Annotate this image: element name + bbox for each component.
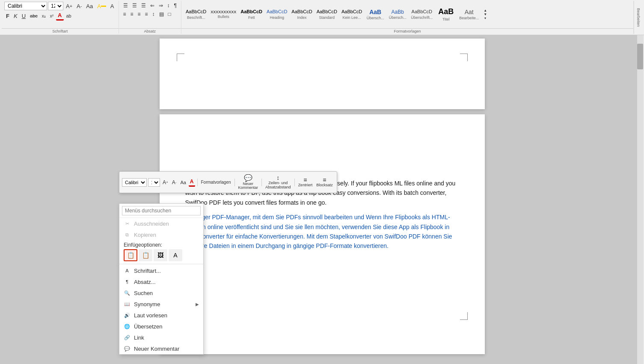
ctx-laut-vorlesen[interactable]: 🔊 Laut vorlesen	[119, 310, 203, 321]
ribbon-styles-section: AaBbCcD Beschrift... XXXXXXXXXX Bullets …	[181, 1, 634, 34]
style-bearbeite[interactable]: Aat Bearbeite...	[457, 8, 481, 21]
mini-font-color-btn[interactable]: A	[189, 178, 195, 187]
ctx-uebersetzen[interactable]: 🌐 Übersetzen	[119, 321, 203, 332]
ribbon-font-bottom: F K U abc x₂ x² A ab	[4, 11, 73, 21]
sort-btn[interactable]: ↕	[166, 2, 172, 9]
ctx-neuer-kommentar[interactable]: 💬 Neuer Kommentar	[119, 343, 203, 354]
font-family-select[interactable]: Calibri	[4, 2, 47, 10]
doc-text-german[interactable]: ielseitiger PDF-Manager, mit dem Sie PDF…	[185, 212, 459, 251]
ribbon-font-top: Calibri 12 A+ A- Aa A A	[4, 2, 116, 10]
styles-scroll-down-btn[interactable]: ▼	[482, 12, 488, 16]
mini-font-select[interactable]: Calibri	[122, 178, 147, 187]
style-ueberschr2[interactable]: AaBb Übersch...	[387, 8, 408, 21]
ausschneiden-label: Ausschneiden	[134, 221, 169, 227]
change-case-btn[interactable]: Aa	[84, 2, 95, 10]
ctx-suchen[interactable]: 🔍 Suchen	[119, 287, 203, 298]
style-bullets[interactable]: XXXXXXXXXX Bullets	[209, 9, 238, 20]
mini-toolbar: Calibri 12 A+ A- Aa A Formatvorlagen 💬 N…	[119, 171, 337, 193]
translate-icon: 🌐	[124, 323, 131, 330]
paste-img-icon: 🖼	[157, 252, 163, 259]
paste-img-btn[interactable]: 🖼	[154, 249, 167, 261]
paste-merge-icon: 📋	[142, 252, 149, 259]
align-left-btn[interactable]: ≡	[122, 10, 128, 18]
paste-keep-src-btn[interactable]: 📋	[124, 249, 137, 261]
numbering-btn[interactable]: ☰	[131, 2, 139, 9]
style-fett[interactable]: AaBbCcD Fett	[239, 8, 264, 20]
ctx-link[interactable]: 🔗 Link	[119, 332, 203, 343]
scrollbar[interactable]	[637, 35, 643, 364]
clear-format-btn[interactable]: A	[109, 2, 116, 10]
shading-btn[interactable]: ▤	[157, 10, 166, 18]
style-heading[interactable]: AaBbCcD Heading	[265, 8, 289, 20]
underline-btn[interactable]: U	[20, 12, 27, 20]
neuer-kommentar-label: Neuer Kommentar	[134, 346, 179, 352]
line-spacing-btn[interactable]: ↕	[151, 10, 157, 18]
paste-txt-icon: A	[173, 252, 177, 259]
mini-font-size-select[interactable]: 12	[148, 178, 160, 187]
text-highlight-btn[interactable]: ab	[65, 12, 73, 19]
page-1	[160, 39, 485, 109]
font-size-select[interactable]: 12	[48, 2, 63, 10]
mini-case-btn[interactable]: Aa	[179, 179, 187, 186]
mini-shrink-btn[interactable]: A-	[171, 179, 178, 186]
font-shrink-btn[interactable]: A-	[75, 2, 83, 10]
ctx-ausschneiden[interactable]: ✂ Ausschneiden	[119, 218, 203, 229]
style-keinlee[interactable]: AaBbCcD Kein Lee...	[340, 8, 364, 20]
ctx-paste-section: Einfügeoptionen: 📋 📋 🖼 A	[119, 240, 203, 263]
superscript-btn[interactable]: x²	[48, 13, 55, 19]
right-panel	[638, 35, 644, 364]
ctx-schriftart[interactable]: A Schriftart...	[119, 265, 203, 276]
mini-grow-btn[interactable]: A+	[161, 179, 169, 186]
align-justify-btn[interactable]: ≡	[143, 10, 150, 18]
strikethrough-btn[interactable]: abc	[28, 12, 39, 19]
show-marks-btn[interactable]: ¶	[172, 2, 178, 9]
styles-scroll-up-btn[interactable]: ▲	[482, 9, 488, 12]
borders-btn[interactable]: □	[166, 10, 173, 18]
style-standard[interactable]: AaBbCcD Standard	[315, 8, 339, 20]
page-text-area[interactable]: atile PDF manager that lets you edit and…	[185, 119, 459, 316]
bold-btn[interactable]: F	[4, 12, 11, 20]
suchen-label: Suchen	[134, 290, 153, 296]
decrease-indent-btn[interactable]: ⇐	[148, 2, 156, 9]
italic-btn[interactable]: K	[12, 12, 19, 20]
comment-icon: 💬	[124, 345, 131, 352]
paste-merge-btn[interactable]: 📋	[139, 249, 152, 261]
schriftart-label: Schriftart	[2, 28, 119, 33]
mini-new-comment-btn[interactable]: 💬 NeuerKommentar	[237, 173, 260, 191]
synonyme-label: Synonyme	[134, 301, 160, 307]
mini-center-btn[interactable]: ≡ Zentriert	[297, 176, 314, 188]
multilevel-btn[interactable]: ☰	[139, 2, 148, 9]
align-right-btn[interactable]: ≡	[136, 10, 142, 18]
ctx-synonyme[interactable]: 📖 Synonyme ▶	[119, 298, 203, 310]
mini-line-spacing-btn[interactable]: ↕ Zeilen- undAbsatzabstand	[264, 174, 292, 191]
search-icon: 🔍	[124, 289, 131, 296]
mini-justify-btn[interactable]: ≡ Blocksatz	[315, 176, 334, 188]
paste-txt-btn[interactable]: A	[169, 249, 182, 261]
scrollbar-thumb[interactable]	[637, 44, 643, 69]
ctx-absatz[interactable]: ¶ Absatz...	[119, 276, 203, 287]
align-center-btn[interactable]: ≡	[129, 10, 135, 18]
page-content[interactable]: atile PDF manager that lets you edit and…	[160, 114, 485, 324]
kopieren-label: Kopieren	[134, 232, 156, 238]
font-color-btn[interactable]: A	[56, 11, 63, 21]
ctx-search-input[interactable]	[122, 206, 201, 215]
increase-indent-btn[interactable]: ⇒	[157, 2, 165, 9]
new-comment-label: NeuerKommentar	[238, 182, 258, 191]
laut-vorlesen-label: Laut vorlesen	[134, 312, 167, 319]
highlight-btn[interactable]: A	[95, 2, 108, 10]
formatvorlagen-label: Formatvorlagen	[181, 28, 633, 33]
ctx-search-box	[119, 204, 203, 218]
style-ueberschrift3[interactable]: AaBbCcD Überschrift...	[409, 8, 434, 20]
font-grow-btn[interactable]: A+	[64, 2, 74, 10]
style-beschrift[interactable]: AaBbCcD Beschrift...	[184, 8, 208, 20]
style-titel[interactable]: AaB Titel	[435, 6, 457, 22]
ctx-sep-1	[119, 264, 203, 264]
style-index[interactable]: AaBbCcD Index	[290, 8, 314, 20]
speaker-icon: 🔊	[124, 312, 131, 319]
mini-format-templates-btn[interactable]: Formatvorlagen	[200, 179, 232, 185]
ctx-kopieren[interactable]: ⧉ Kopieren	[119, 229, 203, 240]
subscript-btn[interactable]: x₂	[40, 13, 47, 19]
styles-more-btn[interactable]: ▾	[482, 16, 488, 20]
bullets-btn[interactable]: ☰	[122, 2, 130, 9]
style-ueberschr1[interactable]: AaB Übersch...	[365, 8, 386, 21]
